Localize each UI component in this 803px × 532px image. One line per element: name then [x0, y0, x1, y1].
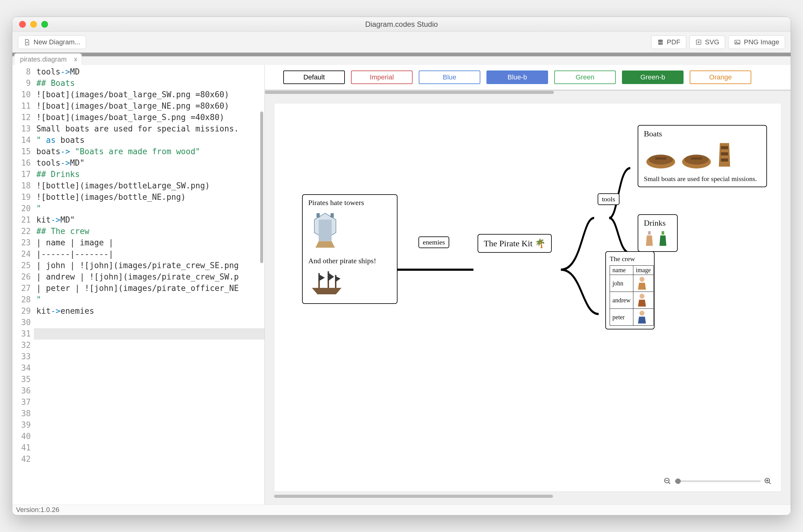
toolbar: New Diagram... PDF PDF SVG PNG Image — [12, 32, 791, 53]
pirate-icon — [636, 276, 648, 291]
node-crew-title: The crew — [610, 255, 650, 263]
node-drinks-title: Drinks — [644, 218, 671, 228]
statusbar: Version:1.0.26 — [12, 505, 791, 515]
svg-rect-21 — [691, 157, 702, 159]
svg-rect-6 — [319, 220, 331, 241]
preview-pane: DefaultImperialBlueBlue-bGreenGreen-bOra… — [265, 65, 791, 505]
version-label: Version:1.0.26 — [16, 506, 59, 514]
pirate-icon — [636, 310, 648, 324]
svg-icon — [695, 39, 702, 45]
svg-point-28 — [639, 294, 645, 299]
node-enemies-subtitle: And other pirate ships! — [308, 257, 391, 265]
zoom-slider[interactable] — [675, 480, 761, 482]
boat-icon — [680, 150, 713, 172]
theme-selector: DefaultImperialBlueBlue-bGreenGreen-bOra… — [265, 65, 791, 91]
node-enemies-title: Pirates hate towers — [308, 198, 391, 207]
root-label: The Pirate Kit 🌴 — [484, 239, 546, 248]
export-png-label: PNG Image — [744, 38, 779, 46]
tab-close-icon[interactable]: x — [74, 56, 77, 63]
ship-icon — [308, 267, 345, 298]
theme-orange-button[interactable]: Orange — [690, 71, 751, 84]
export-svg-button[interactable]: SVG — [689, 35, 725, 49]
node-drinks[interactable]: Drinks — [638, 214, 678, 252]
editor-gutter: 8910111213141516171819202122232425262728… — [12, 65, 34, 505]
theme-imperial-button[interactable]: Imperial — [351, 71, 413, 84]
crew-col-image: image — [633, 266, 653, 275]
pdf-icon: PDF — [657, 39, 664, 45]
svg-marker-15 — [335, 276, 341, 282]
crew-col-name: name — [610, 266, 633, 275]
svg-text:PDF: PDF — [658, 41, 663, 44]
svg-marker-7 — [316, 241, 335, 248]
new-diagram-label: New Diagram... — [34, 38, 80, 46]
node-boats-title: Boats — [644, 129, 761, 138]
content-area: 8910111213141516171819202122232425262728… — [12, 65, 791, 505]
node-boats-caption: Small boats are used for special mission… — [644, 175, 761, 183]
svg-rect-9 — [331, 213, 334, 218]
window-title: Diagram.codes Studio — [12, 20, 791, 28]
close-window-icon[interactable] — [19, 21, 26, 28]
edge-label-tools: tools — [598, 193, 619, 205]
node-enemies[interactable]: Pirates hate towers And other pirate shi… — [302, 194, 398, 304]
pirate-icon — [636, 293, 648, 307]
zoom-out-icon[interactable] — [664, 477, 671, 485]
svg-rect-25 — [648, 231, 651, 234]
new-diagram-button[interactable]: New Diagram... — [18, 35, 86, 49]
zoom-in-icon[interactable] — [764, 477, 772, 485]
svg-rect-18 — [655, 157, 666, 159]
edge-label-enemies: enemies — [418, 236, 449, 248]
export-png-button[interactable]: PNG Image — [728, 35, 785, 49]
app-window: Diagram.codes Studio New Diagram... PDF … — [12, 17, 791, 515]
svg-marker-13 — [318, 274, 325, 281]
svg-point-20 — [684, 155, 708, 165]
svg-marker-14 — [328, 272, 334, 281]
export-pdf-label: PDF — [667, 38, 681, 46]
bottle-icon — [657, 230, 668, 248]
code-editor[interactable]: 8910111213141516171819202122232425262728… — [12, 65, 265, 505]
tower-icon — [308, 210, 342, 253]
new-file-icon — [24, 39, 31, 45]
table-row: peter — [610, 309, 654, 326]
node-root[interactable]: The Pirate Kit 🌴 — [478, 234, 552, 253]
theme-default-button[interactable]: Default — [283, 71, 345, 84]
export-buttons: PDF PDF SVG PNG Image — [651, 35, 785, 49]
titlebar: Diagram.codes Studio — [12, 17, 791, 32]
boat-icon — [715, 141, 734, 172]
export-svg-label: SVG — [705, 38, 719, 46]
theme-green-button[interactable]: Green — [554, 71, 616, 84]
node-boats[interactable]: Boats Small boats are used for special m… — [638, 125, 767, 187]
window-controls — [19, 21, 48, 28]
svg-point-29 — [639, 311, 645, 316]
node-crew[interactable]: The crew name image john — [605, 251, 655, 329]
theme-blue-button[interactable]: Blue — [419, 71, 480, 84]
tab-pirates-diagram[interactable]: pirates.diagram x — [14, 53, 82, 65]
svg-rect-22 — [721, 146, 728, 149]
crew-table: name image john andrew — [610, 265, 654, 326]
svg-rect-24 — [721, 158, 728, 162]
maximize-window-icon[interactable] — [41, 21, 48, 28]
svg-rect-23 — [721, 152, 728, 155]
image-icon — [734, 39, 741, 45]
bottle-icon — [644, 230, 655, 248]
zoom-controls — [661, 475, 775, 487]
svg-rect-8 — [317, 213, 320, 218]
boat-icon — [644, 150, 678, 172]
theme-greenb-button[interactable]: Green-b — [622, 71, 684, 84]
canvas-wrap: Pirates hate towers And other pirate shi… — [265, 91, 791, 505]
theme-blueb-button[interactable]: Blue-b — [486, 71, 548, 84]
tabstrip: pirates.diagram x — [12, 53, 791, 65]
svg-point-27 — [639, 277, 645, 282]
minimize-window-icon[interactable] — [30, 21, 37, 28]
svg-rect-26 — [662, 231, 664, 234]
editor-code[interactable]: tools->MD## Boats![boat](images/boat_lar… — [34, 65, 265, 505]
diagram-canvas[interactable]: Pirates hate towers And other pirate shi… — [274, 103, 781, 492]
table-row: john — [610, 275, 654, 292]
tab-label: pirates.diagram — [20, 55, 67, 63]
canvas-scrollbar[interactable] — [274, 494, 781, 498]
export-pdf-button[interactable]: PDF PDF — [651, 35, 686, 49]
table-row: andrew — [610, 292, 654, 309]
svg-point-17 — [648, 155, 673, 165]
